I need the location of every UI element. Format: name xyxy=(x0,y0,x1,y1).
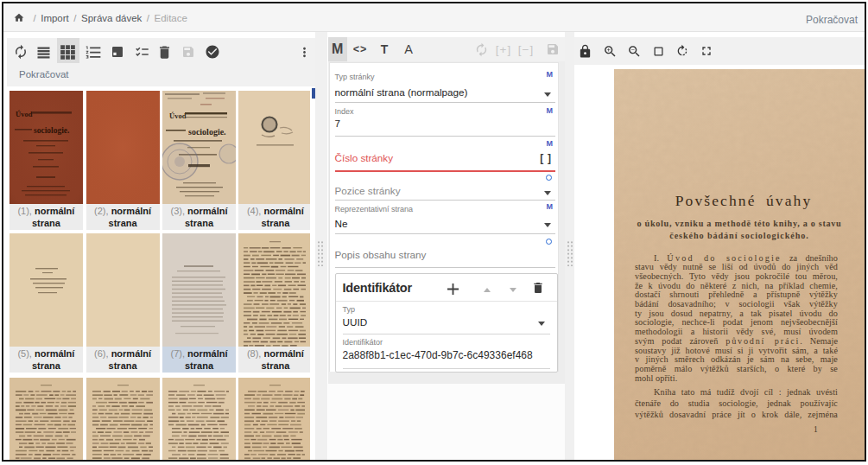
svg-text:sociologie.: sociologie. xyxy=(34,126,69,135)
svg-text:sociologie.: sociologie. xyxy=(188,127,226,137)
svg-text:Úvod: Úvod xyxy=(169,111,187,120)
svg-text:Úvod: Úvod xyxy=(16,110,33,118)
